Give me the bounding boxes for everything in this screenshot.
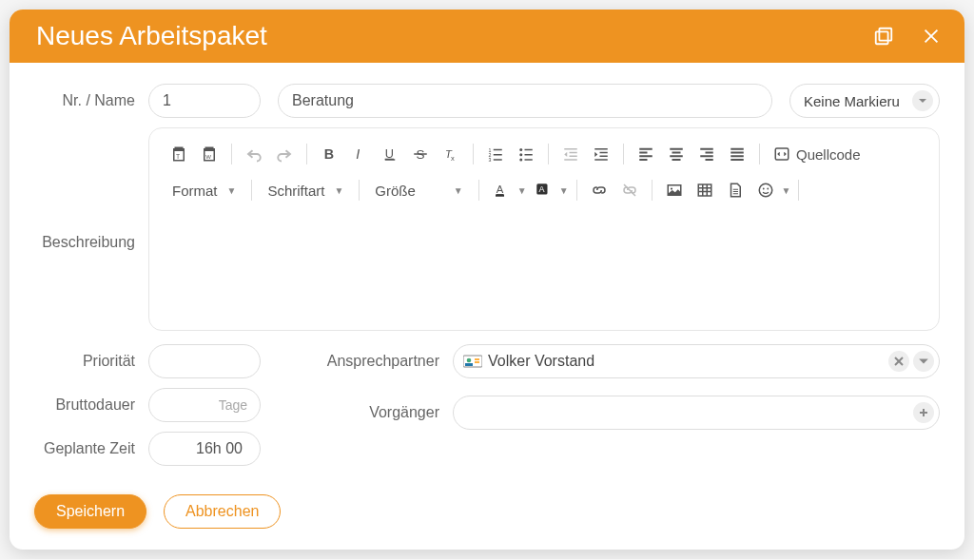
editor-toolbar-row1: T W B I U S Tx 123 <box>159 136 929 172</box>
rich-text-editor: T W B I U S Tx 123 <box>148 127 940 331</box>
svg-rect-58 <box>698 184 711 196</box>
align-left-icon[interactable] <box>632 140 660 168</box>
format-dropdown[interactable]: Format▼ <box>165 180 244 202</box>
svg-text:I: I <box>356 146 360 162</box>
svg-text:B: B <box>324 146 334 162</box>
label-contact: Ansprechpartner <box>320 353 453 370</box>
text-color-icon[interactable]: A <box>487 176 516 204</box>
bg-color-icon[interactable]: A <box>529 176 557 204</box>
svg-rect-0 <box>879 29 891 41</box>
clear-contact-icon[interactable] <box>888 351 909 372</box>
contact-field[interactable]: Volker Vorstand <box>453 344 940 378</box>
svg-point-66 <box>759 183 772 197</box>
svg-point-67 <box>762 188 764 190</box>
unlink-icon[interactable] <box>615 176 644 204</box>
align-justify-icon[interactable] <box>723 140 751 168</box>
svg-point-57 <box>670 187 672 189</box>
maximize-icon[interactable] <box>873 26 894 47</box>
label-planned-time: Geplante Zeit <box>34 440 148 457</box>
close-icon[interactable] <box>921 26 942 47</box>
document-icon[interactable] <box>721 176 750 204</box>
svg-text:3: 3 <box>489 157 492 163</box>
remove-format-icon[interactable]: Tx <box>437 140 465 168</box>
table-icon[interactable] <box>691 176 719 204</box>
save-button[interactable]: Speichern <box>34 494 146 529</box>
text-color-arrow[interactable]: ▼ <box>517 185 527 196</box>
numbered-list-icon[interactable]: 123 <box>481 140 510 168</box>
svg-text:A: A <box>497 183 504 195</box>
svg-text:x: x <box>451 154 455 163</box>
align-center-icon[interactable] <box>662 140 691 168</box>
align-right-icon[interactable] <box>692 140 721 168</box>
bg-color-arrow[interactable]: ▼ <box>559 185 569 196</box>
predecessor-field[interactable] <box>453 396 940 430</box>
label-predecessor: Vorgänger <box>320 404 453 421</box>
dialog-header: Neues Arbeitspaket <box>10 10 964 63</box>
label-gross-duration: Bruttodauer <box>34 396 148 414</box>
sourcecode-button[interactable]: Quellcode <box>768 143 867 165</box>
marking-value: Keine Markieru <box>804 93 906 109</box>
svg-rect-71 <box>465 363 473 366</box>
underline-icon[interactable]: U <box>376 140 404 168</box>
dialog-footer: Speichern Abbrechen <box>10 485 964 550</box>
label-description: Beschreibung <box>34 127 148 251</box>
label-priority: Priorität <box>34 353 148 370</box>
planned-time-input[interactable] <box>148 432 261 466</box>
svg-line-55 <box>624 184 635 196</box>
svg-point-70 <box>467 358 472 363</box>
nr-input[interactable] <box>148 84 261 118</box>
svg-point-21 <box>519 153 522 156</box>
editor-content[interactable] <box>159 208 929 322</box>
svg-point-68 <box>767 188 769 190</box>
strikethrough-icon[interactable]: S <box>406 140 435 168</box>
name-input[interactable] <box>278 84 772 118</box>
bullet-list-icon[interactable] <box>512 140 540 168</box>
contact-dropdown-icon[interactable] <box>913 351 934 372</box>
bold-icon[interactable]: B <box>315 140 343 168</box>
link-icon[interactable] <box>585 176 614 204</box>
svg-rect-1 <box>876 31 888 44</box>
add-predecessor-icon[interactable] <box>913 402 934 423</box>
emoji-arrow[interactable]: ▼ <box>782 185 791 196</box>
priority-input[interactable] <box>148 344 261 378</box>
cancel-button[interactable]: Abbrechen <box>164 494 281 529</box>
svg-point-20 <box>519 148 522 151</box>
italic-icon[interactable]: I <box>345 140 374 168</box>
paste-text-icon[interactable]: T <box>165 140 193 168</box>
indent-icon[interactable] <box>587 140 615 168</box>
svg-text:T: T <box>176 153 180 160</box>
image-icon[interactable] <box>660 176 689 204</box>
editor-toolbar-row2: Format▼ Schriftart▼ Größe▼ A ▼ A ▼ <box>159 172 929 208</box>
redo-icon[interactable] <box>270 140 299 168</box>
dialog-title: Neues Arbeitspaket <box>36 21 267 51</box>
svg-text:U: U <box>385 146 394 161</box>
svg-text:A: A <box>538 184 544 194</box>
person-card-icon <box>463 354 482 369</box>
paste-word-icon[interactable]: W <box>195 140 224 168</box>
svg-point-22 <box>519 159 522 162</box>
emoji-icon[interactable] <box>751 176 780 204</box>
contact-name: Volker Vorstand <box>488 353 885 370</box>
svg-text:W: W <box>205 154 211 160</box>
svg-rect-52 <box>496 195 504 197</box>
font-dropdown[interactable]: Schriftart▼ <box>260 180 351 202</box>
size-dropdown[interactable]: Größe▼ <box>367 180 470 202</box>
marking-select[interactable]: Keine Markieru <box>789 84 940 118</box>
outdent-icon[interactable] <box>556 140 585 168</box>
label-nr-name: Nr. / Name <box>34 92 148 109</box>
undo-icon[interactable] <box>240 140 268 168</box>
duration-unit: Tage <box>219 397 247 413</box>
chevron-down-icon <box>912 90 933 111</box>
dialog: Neues Arbeitspaket Nr. / Name Keine Mark… <box>10 10 964 550</box>
